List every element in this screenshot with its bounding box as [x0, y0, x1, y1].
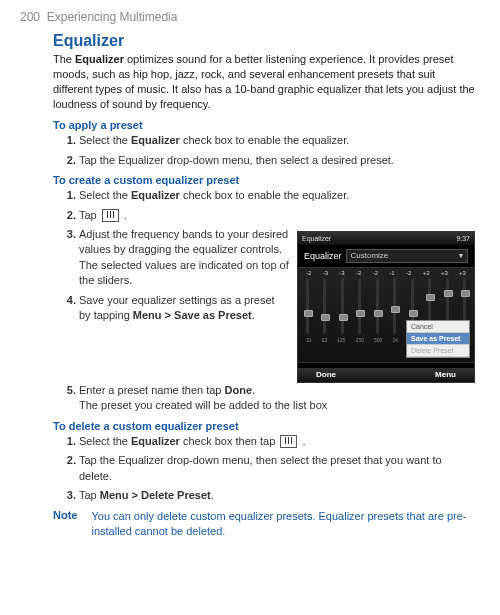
equalizer-icon: [102, 209, 119, 222]
eq-slider[interactable]: [341, 278, 344, 334]
delete-step-2: Tap the Equalizer drop-down menu, then s…: [79, 453, 475, 484]
eq-panel: -2-3-3-2-2-1-2+2+3+3 31621252505001K2K4K…: [298, 267, 474, 363]
subhead-delete: To delete a custom equalizer preset: [53, 420, 475, 432]
steps-delete: Select the Equalizer check box then tap …: [53, 434, 475, 504]
create-step-3: Adjust the frequency bands to your desir…: [79, 227, 289, 289]
eq-slider[interactable]: [323, 278, 326, 334]
steps-create-last: Enter a preset name then tap Done. The p…: [53, 383, 475, 414]
delete-step-3: Tap Menu > Delete Preset.: [79, 488, 475, 503]
page-title: Equalizer: [53, 32, 475, 50]
eq-knob[interactable]: [426, 294, 435, 301]
create-step-2: Tap .: [79, 208, 475, 223]
subhead-apply: To apply a preset: [53, 119, 475, 131]
menu-delete-preset[interactable]: Delete Preset: [407, 345, 469, 357]
eq-knob[interactable]: [374, 310, 383, 317]
menu-cancel[interactable]: Cancel: [407, 321, 469, 333]
note-body: You can only delete custom equalizer pre…: [91, 509, 475, 539]
phone-bar-title: Equalizer: [302, 235, 331, 242]
eq-value: -2: [306, 270, 311, 276]
eq-value: -3: [339, 270, 344, 276]
phone-bar-time: 9:37: [456, 235, 470, 242]
equalizer-screenshot: Equalizer 9:37 Equalizer Customize▾ -2-3…: [297, 231, 475, 383]
softkey-menu[interactable]: Menu: [435, 370, 456, 379]
eq-value: -2: [406, 270, 411, 276]
create-step-5: Enter a preset name then tap Done. The p…: [79, 383, 475, 414]
eq-value: -2: [373, 270, 378, 276]
eq-freq-label: 1K: [392, 337, 398, 343]
eq-value: +3: [441, 270, 448, 276]
menu-save-as-preset[interactable]: Save as Preset: [407, 333, 469, 345]
eq-value: -3: [323, 270, 328, 276]
note: Note You can only delete custom equalize…: [53, 509, 475, 539]
eq-value: -1: [389, 270, 394, 276]
intro-paragraph: The Equalizer optimizes sound for a bett…: [53, 52, 475, 111]
eq-label: Equalizer: [304, 251, 342, 261]
page-number: 200: [20, 10, 40, 24]
eq-freq-label: 125: [337, 337, 345, 343]
softkey-done[interactable]: Done: [316, 370, 336, 379]
steps-create-cont: Adjust the frequency bands to your desir…: [53, 227, 289, 327]
apply-step-1: Select the Equalizer check box to enable…: [79, 133, 475, 148]
eq-knob[interactable]: [444, 290, 453, 297]
eq-slider[interactable]: [393, 278, 396, 334]
eq-freq-label: 500: [374, 337, 382, 343]
steps-create: Select the Equalizer check box to enable…: [53, 188, 475, 223]
eq-knob[interactable]: [409, 310, 418, 317]
eq-value: +2: [423, 270, 430, 276]
create-step-1: Select the Equalizer check box to enable…: [79, 188, 475, 203]
subhead-create: To create a custom equalizer preset: [53, 174, 475, 186]
eq-knob[interactable]: [461, 290, 470, 297]
note-label: Note: [53, 509, 77, 539]
eq-knob[interactable]: [339, 314, 348, 321]
eq-slider[interactable]: [358, 278, 361, 334]
eq-knob[interactable]: [356, 310, 365, 317]
eq-freq-label: 31: [306, 337, 312, 343]
steps-apply: Select the Equalizer check box to enable…: [53, 133, 475, 168]
eq-knob[interactable]: [391, 306, 400, 313]
delete-step-1: Select the Equalizer check box then tap …: [79, 434, 475, 449]
eq-slider[interactable]: [376, 278, 379, 334]
phone-status-bar: Equalizer 9:37: [298, 232, 474, 245]
eq-dropdown[interactable]: Customize▾: [346, 249, 468, 263]
eq-knob[interactable]: [304, 310, 313, 317]
equalizer-icon: [280, 435, 297, 448]
eq-freq-label: 62: [322, 337, 328, 343]
create-step-4: Save your equalizer settings as a preset…: [79, 293, 289, 324]
eq-freq-label: 250: [356, 337, 364, 343]
eq-value: -2: [356, 270, 361, 276]
eq-value: +3: [459, 270, 466, 276]
apply-step-2: Tap the Equalizer drop-down menu, then s…: [79, 153, 475, 168]
page-header: 200 Experiencing Multimedia: [20, 10, 480, 24]
context-menu[interactable]: Cancel Save as Preset Delete Preset: [406, 320, 470, 358]
eq-knob[interactable]: [321, 314, 330, 321]
chevron-down-icon: ▾: [459, 251, 463, 260]
eq-slider[interactable]: [306, 278, 309, 334]
section-title: Experiencing Multimedia: [47, 10, 178, 24]
